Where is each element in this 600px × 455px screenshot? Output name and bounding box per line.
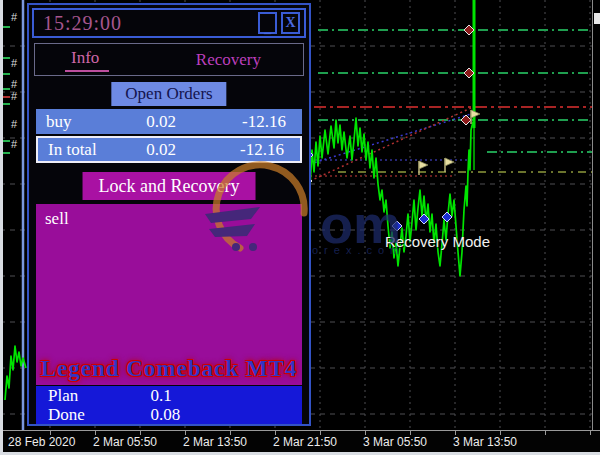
tab-recovery[interactable]: Recovery [196,50,261,70]
scrollbar-thumb[interactable] [594,13,600,24]
progress-section: Plan 0.1 Done 0.08 [36,386,302,424]
lock-and-recovery-button[interactable]: Lock and Recovery [83,172,256,200]
total-lots: 0.02 [124,140,197,160]
buy-profit: -12.16 [198,112,302,132]
product-brand: Legend Comeback MT4 [36,356,302,382]
done-value: 0.08 [150,405,180,425]
close-button[interactable]: X [281,12,300,34]
axis-label: 3 Mar 05:50 [363,435,427,449]
open-orders-button[interactable]: Open Orders [111,82,226,106]
svg-text:#: # [11,78,18,90]
table-row-in-total[interactable]: In total 0.02 -12.16 [36,136,302,163]
svg-text:#: # [11,138,18,150]
svg-text:#: # [11,90,18,102]
axis-tick [500,431,501,435]
total-profit: -12.16 [198,140,300,160]
axis-label: 2 Mar 13:50 [183,435,247,449]
buy-lots: 0.02 [124,112,198,132]
axis-label: 28 Feb 2020 [8,435,75,449]
time-axis[interactable]: 28 Feb 2020 2 Mar 05:50 2 Mar 13:50 2 Ma… [0,430,600,452]
axis-tick [275,431,276,435]
axis-tick [455,431,456,435]
axis-tick [410,431,411,435]
axis-tick [365,431,366,435]
svg-text:#: # [11,118,18,130]
panel-titlebar[interactable]: 15:29:00 _ X [32,8,306,38]
plan-row: Plan 0.1 [36,386,302,405]
svg-text:#: # [11,57,18,69]
axis-label: 3 Mar 13:50 [453,435,517,449]
tab-bar: Info Recovery [34,43,304,76]
clock-display: 15:29:00 [34,12,258,35]
minimize-button[interactable]: _ [258,12,277,34]
axis-label: 2 Mar 05:50 [93,435,157,449]
sell-section: sell Legend Comeback MT4 [36,204,302,385]
axis-tick [230,431,231,435]
buy-label: buy [36,112,124,132]
axis-tick [185,431,186,435]
chart-right-border [592,0,593,430]
axis-label: 2 Mar 21:50 [273,435,337,449]
recovery-mode-label: Recovery Mode [385,233,490,250]
legend-comeback-panel: 15:29:00 _ X Info Recovery Open Orders b… [27,3,311,426]
plan-value: 0.1 [150,386,171,406]
tab-info[interactable]: Info [65,48,109,72]
axis-tick [320,431,321,435]
axis-tick [545,431,546,435]
done-row: Done 0.08 [36,405,302,424]
axis-tick [95,431,96,435]
axis-tick [140,431,141,435]
table-row-buy[interactable]: buy 0.02 -12.16 [36,109,302,134]
done-label: Done [36,405,150,425]
total-label: In total [38,140,124,160]
sell-label: sell [45,209,69,229]
svg-text:#: # [11,11,18,23]
window-frame-left [0,0,3,455]
axis-tick [590,431,591,435]
mt4-chart-window: ###### Recovery Mode om orex.com 15:29:0… [0,0,600,455]
plan-label: Plan [36,386,150,406]
axis-tick [50,431,51,435]
